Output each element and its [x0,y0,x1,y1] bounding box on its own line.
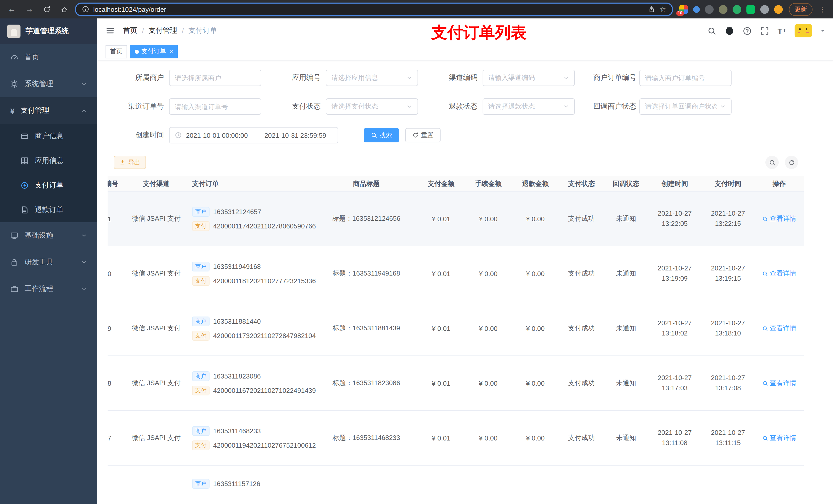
cell-refund: ¥ 0.00 [512,434,559,442]
sidebar-item-pay-order[interactable]: 支付订单 [0,173,97,198]
sidebar-item-merchant-info[interactable]: 商户信息 [0,124,97,148]
callback-status-select[interactable]: 请选择订单回调商户状态 [639,98,732,115]
chevron-down-icon [563,75,569,81]
avatar-dropdown-caret-icon[interactable] [821,30,825,34]
sidebar-item-workflow[interactable]: 工作流程 [0,275,97,302]
cell-pay-time: 2021-10-2713:17:08 [701,373,755,393]
toggle-search-icon[interactable] [765,156,779,169]
cell-create-time: 2021-10-2713:17:03 [648,373,701,393]
sidebar-item-app-info[interactable]: 应用信息 [0,148,97,173]
sidebar-item-system-mgmt[interactable]: 系统管理 [0,71,97,97]
cell-title: 标题：1635312124656 [315,214,418,223]
breadcrumb-pay-mgmt[interactable]: 支付管理 [148,26,177,35]
avatar[interactable] [794,24,812,38]
cell-action: 查看详情 [755,433,804,442]
browser-forward-icon[interactable]: → [23,3,36,16]
extension-badge: 10 [676,10,684,16]
pay-tag: 支付 [192,331,210,340]
merchant-order-no-input[interactable] [645,74,726,82]
merchant-tag: 商户 [192,371,210,381]
filter-form: 所属商户 应用编号 请选择应用信息 渠道编码 [123,70,823,143]
pay-order-no: 4200001194202110276752100612 [213,441,316,449]
extension-icon-colorful[interactable]: 10 [679,5,688,14]
extension-icon-dark[interactable] [705,5,714,14]
view-detail-link[interactable]: 查看详情 [762,214,796,223]
reset-button[interactable]: 重置 [405,128,441,142]
font-size-icon[interactable]: TT [778,27,786,34]
sidebar-item-dev-tools[interactable]: 研发工具 [0,249,97,275]
search-button[interactable]: 搜索 [364,128,399,142]
address-bar[interactable]: localhost:1024/pay/order ☆ [75,2,673,16]
sidebar: 芋道管理系统 首页 系统管理 ¥ 支付管理 [0,19,97,504]
table-row[interactable]: 20 微信 JSAPI 支付 商户1635311949168 支付4200001… [108,246,804,301]
extension-icon-green-check[interactable] [733,5,741,14]
table-row[interactable]: 21 微信 JSAPI 支付 商户1635312124657 支付4200001… [108,192,804,246]
pay-status-select[interactable]: 请选择支付状态 [326,98,418,115]
col-header: 支付订单 [187,179,315,188]
sidebar-item-refund-order[interactable]: 退款订单 [0,198,97,222]
profile-emoji-icon[interactable] [774,5,783,14]
channel-code-select[interactable]: 请输入渠道编码 [482,70,575,86]
fullscreen-icon[interactable] [760,26,769,35]
sidebar-item-pay-mgmt[interactable]: ¥ 支付管理 [0,97,97,124]
export-button[interactable]: 导出 [114,156,146,169]
extension-icon-wechat[interactable] [746,5,755,14]
browser-refresh-icon[interactable] [40,3,53,16]
document-icon [21,206,29,214]
table-row[interactable]: 17 微信 JSAPI 支付 商户1635311468233 支付4200001… [108,411,804,465]
browser-menu-icon[interactable]: ⋮ [817,5,828,13]
extension-icon-blue[interactable] [693,6,700,13]
sidebar-toggle-icon[interactable] [105,26,115,35]
app-logo-row[interactable]: 芋道管理系统 [0,19,97,44]
tag-home[interactable]: 首页 [105,45,127,58]
merchant-tag: 商户 [192,207,210,216]
sidebar-item-infrastructure[interactable]: 基础设施 [0,222,97,249]
browser-home-icon[interactable] [57,3,71,16]
cell-create-time: 2021-10-2713:11:08 [648,428,701,448]
extension-icon-olive[interactable] [719,5,728,14]
table-row[interactable]: 18 微信 JSAPI 支付 商户1635311823086 支付4200001… [108,356,804,411]
merchant-input[interactable] [175,74,256,82]
cell-notify: 未通知 [604,433,648,442]
refresh-table-icon[interactable] [785,156,798,169]
view-detail-link[interactable]: 查看详情 [762,269,796,278]
col-header: 退款金额 [512,179,559,188]
browser-back-icon[interactable]: ← [5,3,19,16]
cell-fee: ¥ 0.00 [465,270,512,278]
sidebar-item-home[interactable]: 首页 [0,44,97,71]
extensions-puzzle-icon[interactable] [760,5,769,14]
date-range-picker[interactable]: 2021-10-01 00:00:00 - 2021-10-31 23:59:5… [169,127,338,143]
refund-status-select[interactable]: 请选择退款状态 [482,98,575,115]
channel-order-no-input[interactable] [175,103,256,111]
app-frame: 芋道管理系统 首页 系统管理 ¥ 支付管理 [0,19,833,504]
cell-id: 20 [108,270,125,278]
site-info-icon[interactable] [82,6,89,13]
share-icon[interactable] [648,6,656,13]
date-end: 2021-10-31 23:59:59 [264,131,326,139]
view-detail-link[interactable]: 查看详情 [762,433,796,442]
navbar: 首页 / 支付管理 / 支付订单 支付订单列表 [97,19,833,43]
tag-pay-order[interactable]: 支付订单 × [130,45,178,58]
breadcrumb-home[interactable]: 首页 [123,26,137,35]
col-header: 编号 [108,179,125,188]
chrome-update-button[interactable]: 更新 [789,3,812,16]
view-detail-link[interactable]: 查看详情 [762,324,796,333]
table-row[interactable]: 商户1635311157126 [108,465,804,504]
bookmark-star-icon[interactable]: ☆ [660,5,666,13]
app-no-select[interactable]: 请选择应用信息 [326,70,418,86]
table-row[interactable]: 19 微信 JSAPI 支付 商户1635311881440 支付4200001… [108,301,804,356]
cell-channel: 微信 JSAPI 支付 [125,433,187,442]
app-logo [7,25,21,38]
github-icon[interactable] [724,26,734,35]
pay-mgmt-submenu: 商户信息 应用信息 支付订单 [0,124,97,222]
view-detail-link[interactable]: 查看详情 [762,379,796,388]
cell-channel: 微信 JSAPI 支付 [125,379,187,388]
col-header: 支付渠道 [125,179,187,188]
extension-area: 10 [677,5,785,14]
app-title: 芋道管理系统 [26,27,69,36]
cell-fee: ¥ 0.00 [465,215,512,222]
search-icon[interactable] [707,26,716,35]
tag-close-icon[interactable]: × [170,48,173,55]
cell-action: 查看详情 [755,379,804,388]
help-icon[interactable] [743,26,751,35]
